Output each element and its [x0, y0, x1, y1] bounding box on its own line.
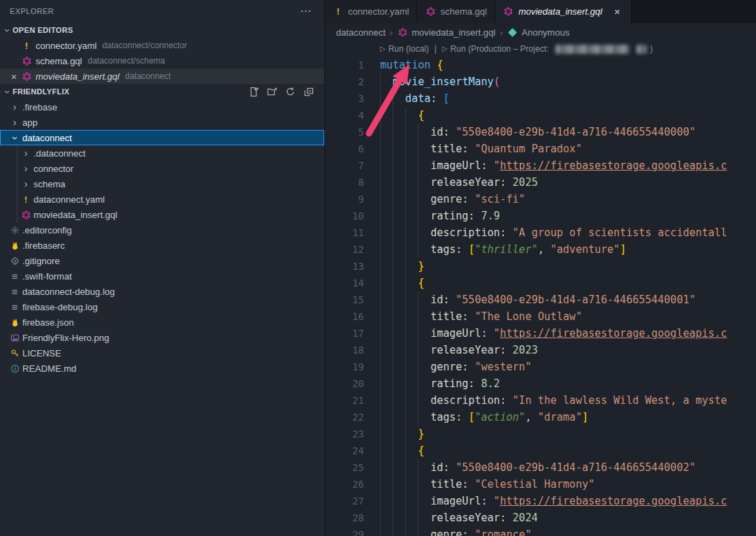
- line-number: 23: [325, 426, 364, 442]
- breadcrumb-label: Anonymous: [522, 27, 570, 38]
- code-line[interactable]: 18releaseYear: 2023: [325, 342, 756, 358]
- firebase-icon: [9, 317, 20, 328]
- code-line[interactable]: 14{: [325, 275, 756, 291]
- indent-guide: [418, 459, 430, 476]
- tree-item-schema[interactable]: ›schema: [0, 176, 324, 191]
- tree-item-label: dataconnect.yaml: [34, 194, 105, 205]
- open-editors-header[interactable]: › OPEN EDITORS: [0, 22, 324, 38]
- lines-icon: ≡: [9, 301, 20, 312]
- tree-item-license[interactable]: LICENSE: [0, 345, 324, 361]
- open-editor-item[interactable]: ×moviedata_insert.gqldataconnect: [0, 68, 324, 84]
- tree-item-firebase-debug-log[interactable]: ≡firebase-debug.log: [0, 299, 324, 314]
- tree-item-firebase[interactable]: ›.firebase: [0, 99, 324, 115]
- code-token: [: [443, 92, 449, 105]
- tree-item-moviedata-insert-gql[interactable]: moviedata_insert.gql: [0, 207, 324, 222]
- new-file-icon[interactable]: [247, 85, 260, 98]
- close-editor-icon[interactable]: ×: [7, 71, 21, 82]
- code-line[interactable]: 11description: "A group of scientists ac…: [325, 224, 756, 241]
- open-editor-item[interactable]: !connector.yamldataconnect/connector: [0, 38, 324, 53]
- tree-item-swift-format[interactable]: ≡.swift-format: [0, 268, 324, 284]
- new-folder-icon[interactable]: [266, 85, 278, 98]
- tree-item-app[interactable]: ›app: [0, 115, 324, 130]
- code-line[interactable]: 21description: "In the lawless Wild West…: [325, 392, 756, 409]
- code-line[interactable]: 17imageUrl: "https://firebasestorage.goo…: [325, 325, 756, 342]
- code-line[interactable]: 5id: "550e8400-e29b-41d4-a716-4466554400…: [325, 124, 756, 140]
- indent-guide: [405, 191, 418, 208]
- code-line[interactable]: 23}: [325, 426, 756, 442]
- tree-item-firebaserc[interactable]: .firebaserc: [0, 238, 324, 253]
- code-line[interactable]: 19genre: "western": [325, 358, 756, 375]
- graphql-icon: [503, 6, 514, 17]
- run-production-button[interactable]: ▷ Run (Production – Project: ): [442, 44, 653, 54]
- codelens-separator: |: [435, 44, 437, 54]
- tab-connector-yaml[interactable]: !connector.yaml: [325, 0, 417, 23]
- code-line[interactable]: 16title: "The Lone Outlaw": [325, 308, 756, 325]
- open-editor-item[interactable]: schema.gqldataconnect/schema: [0, 53, 324, 68]
- tree-item-dataconnect[interactable]: ›.dataconnect: [0, 145, 324, 161]
- breadcrumb-item[interactable]: moviedata_insert.gql: [397, 27, 495, 38]
- more-actions-icon[interactable]: ⋯: [300, 6, 312, 17]
- collapse-all-icon[interactable]: [302, 85, 314, 98]
- code-line[interactable]: 9genre: "sci-fi": [325, 191, 756, 208]
- tree-item-gitignore[interactable]: .gitignore: [0, 253, 324, 268]
- tree-item-dataconnect-debug-log[interactable]: ≡dataconnect-debug.log: [0, 284, 324, 299]
- code-line[interactable]: 1mutation {: [325, 57, 756, 73]
- tab-moviedata-insert-gql[interactable]: moviedata_insert.gql×: [495, 0, 632, 23]
- file-tree: ›.firebase›app›dataconnect›.dataconnect›…: [0, 99, 324, 376]
- indent-guide: [405, 426, 418, 442]
- code-line[interactable]: 25id: "550e8400-e29b-41d4-a716-446655440…: [325, 459, 756, 476]
- line-number: 16: [325, 308, 364, 325]
- tab-schema-gql[interactable]: schema.gql: [417, 0, 495, 23]
- tree-item-dataconnect[interactable]: ›dataconnect: [0, 130, 324, 145]
- tree-item-readme-md[interactable]: README.md: [0, 361, 324, 376]
- code-line[interactable]: 4{: [325, 107, 756, 124]
- tree-item-label: FriendlyFlix-Hero.png: [22, 333, 109, 343]
- refresh-icon[interactable]: [284, 85, 296, 98]
- code-line[interactable]: 26title: "Celestial Harmony": [325, 476, 756, 493]
- indent-guide: [405, 342, 418, 358]
- code-line[interactable]: 3data: [: [325, 90, 756, 107]
- code-token: [487, 327, 493, 340]
- indent-guide: [405, 174, 418, 191]
- breadcrumb-item[interactable]: Anonymous: [507, 27, 570, 38]
- code-line[interactable]: 15id: "550e8400-e29b-41d4-a716-446655440…: [325, 291, 756, 308]
- indent-guide: [393, 459, 405, 476]
- breadcrumb-item[interactable]: dataconnect: [336, 27, 386, 38]
- code-line[interactable]: 22tags: ["action", "drama"]: [325, 409, 756, 426]
- run-local-button[interactable]: ▷ Run (local): [380, 44, 429, 54]
- code-line[interactable]: 28releaseYear: 2024: [325, 509, 756, 526]
- code-line[interactable]: 8releaseYear: 2025: [325, 174, 756, 191]
- code-line-text: releaseYear: 2025: [364, 174, 538, 191]
- code-line[interactable]: 7imageUrl: "https://firebasestorage.goog…: [325, 157, 756, 174]
- code-line[interactable]: 12tags: ["thriller", "adventure"]: [325, 241, 756, 258]
- code-line[interactable]: 20rating: 8.2: [325, 375, 756, 392]
- tree-item-friendlyflix-hero-png[interactable]: FriendlyFlix-Hero.png: [0, 330, 324, 345]
- code-line[interactable]: 27imageUrl: "https://firebasestorage.goo…: [325, 493, 756, 509]
- tab-label: schema.gql: [440, 6, 486, 17]
- indent-guide: [393, 157, 405, 174]
- indent-guide: [418, 358, 430, 375]
- code-editor[interactable]: ▷ Run (local) | ▷ Run (Production – Proj…: [325, 41, 756, 536]
- code-line[interactable]: 10rating: 7.9: [325, 208, 756, 224]
- indent-guide: [405, 375, 418, 392]
- tree-item-label: LICENSE: [22, 348, 61, 358]
- code-line[interactable]: 24{: [325, 442, 756, 459]
- tree-item-dataconnect-yaml[interactable]: !dataconnect.yaml: [0, 191, 324, 207]
- code-line[interactable]: 6title: "Quantum Paradox": [325, 140, 756, 157]
- tree-item-firebase-json[interactable]: firebase.json: [0, 314, 324, 330]
- code-line-text: id: "550e8400-e29b-41d4-a716-44665544000…: [364, 291, 695, 308]
- tree-item-connector[interactable]: ›connector: [0, 161, 324, 176]
- code-line[interactable]: 2movie_insertMany(: [325, 73, 756, 90]
- code-line[interactable]: 29genre: "romance": [325, 526, 756, 536]
- indent-guide: [393, 325, 405, 342]
- info-icon: [9, 363, 20, 374]
- close-tab-icon[interactable]: ×: [611, 6, 623, 17]
- indent-guide: [380, 157, 393, 174]
- workspace-header[interactable]: › FRIENDLYFLIX: [0, 84, 324, 99]
- code-token: https://firebasestorage.googleapis.c: [500, 327, 727, 340]
- code-line[interactable]: 13}: [325, 258, 756, 275]
- editor-area: !connector.yamlschema.gqlmoviedata_inser…: [325, 0, 756, 536]
- code-token: [487, 159, 493, 172]
- indent-guide: [405, 291, 418, 308]
- tree-item-editorconfig[interactable]: .editorconfig: [0, 222, 324, 238]
